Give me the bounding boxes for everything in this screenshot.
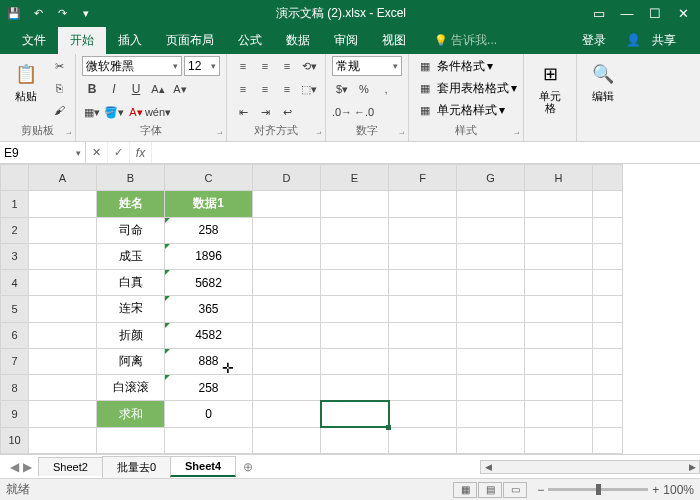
sheet-tab[interactable]: 批量去0: [102, 456, 171, 478]
conditional-format-button[interactable]: ▦条件格式 ▾: [415, 56, 493, 76]
login-button[interactable]: 登录: [574, 27, 614, 54]
merge-icon[interactable]: ⬚▾: [299, 79, 319, 99]
tab-data[interactable]: 数据: [274, 27, 322, 54]
cell[interactable]: 白滚滚: [97, 375, 165, 401]
decrease-indent-icon[interactable]: ⇤: [233, 102, 253, 122]
editing-button[interactable]: 🔍 编辑: [583, 56, 623, 106]
col-header[interactable]: A: [29, 165, 97, 191]
minimize-icon[interactable]: —: [614, 3, 640, 23]
sheet-nav-next-icon[interactable]: ▶: [23, 460, 32, 474]
scroll-right-icon[interactable]: ▶: [685, 461, 699, 473]
font-name-combo[interactable]: 微软雅黑▾: [82, 56, 182, 76]
tab-review[interactable]: 审阅: [322, 27, 370, 54]
cell[interactable]: 888: [165, 348, 253, 374]
paste-button[interactable]: 📋 粘贴: [6, 56, 46, 106]
col-header[interactable]: C: [165, 165, 253, 191]
col-header[interactable]: [593, 165, 623, 191]
grow-font-icon[interactable]: A▴: [148, 79, 168, 99]
page-break-view-icon[interactable]: ▭: [503, 482, 527, 498]
name-box[interactable]: E9▾: [0, 142, 86, 163]
format-painter-icon[interactable]: 🖌: [49, 100, 69, 120]
tab-view[interactable]: 视图: [370, 27, 418, 54]
tab-formulas[interactable]: 公式: [226, 27, 274, 54]
percent-icon[interactable]: %: [354, 79, 374, 99]
redo-icon[interactable]: ↷: [52, 3, 72, 23]
row-header[interactable]: 4: [1, 270, 29, 296]
orientation-icon[interactable]: ⟲▾: [299, 56, 319, 76]
zoom-level[interactable]: 100%: [663, 483, 694, 497]
add-sheet-button[interactable]: ⊕: [235, 457, 261, 477]
save-icon[interactable]: 💾: [4, 3, 24, 23]
copy-icon[interactable]: ⎘: [49, 78, 69, 98]
cell[interactable]: 1896: [165, 243, 253, 269]
tab-layout[interactable]: 页面布局: [154, 27, 226, 54]
cell[interactable]: 折颜: [97, 322, 165, 348]
align-center-icon[interactable]: ≡: [255, 79, 275, 99]
ribbon-options-icon[interactable]: ▭: [586, 3, 612, 23]
align-left-icon[interactable]: ≡: [233, 79, 253, 99]
italic-button[interactable]: I: [104, 79, 124, 99]
number-format-combo[interactable]: 常规▾: [332, 56, 402, 76]
cell[interactable]: 成玉: [97, 243, 165, 269]
font-size-combo[interactable]: 12▾: [184, 56, 220, 76]
cell-styles-button[interactable]: ▦单元格样式 ▾: [415, 100, 505, 120]
scroll-left-icon[interactable]: ◀: [481, 461, 495, 473]
cell[interactable]: 求和: [97, 401, 165, 427]
tab-file[interactable]: 文件: [10, 27, 58, 54]
cells-button[interactable]: ⊞ 单元格: [530, 56, 570, 118]
cell[interactable]: 司命: [97, 217, 165, 243]
horizontal-scrollbar[interactable]: ◀▶: [480, 460, 700, 474]
enter-formula-icon[interactable]: ✓: [108, 142, 130, 163]
col-header[interactable]: E: [321, 165, 389, 191]
shrink-font-icon[interactable]: A▾: [170, 79, 190, 99]
tab-home[interactable]: 开始: [58, 27, 106, 54]
row-header[interactable]: 6: [1, 322, 29, 348]
cell[interactable]: 数据1: [165, 191, 253, 217]
fx-icon[interactable]: fx: [130, 142, 152, 163]
cell[interactable]: 白真: [97, 270, 165, 296]
cell[interactable]: 连宋: [97, 296, 165, 322]
cell[interactable]: 365: [165, 296, 253, 322]
col-header[interactable]: G: [457, 165, 525, 191]
row-header[interactable]: 7: [1, 348, 29, 374]
share-button[interactable]: 👤 共享: [618, 27, 692, 54]
row-header[interactable]: 3: [1, 243, 29, 269]
underline-button[interactable]: U: [126, 79, 146, 99]
wrap-text-icon[interactable]: ↩: [277, 102, 297, 122]
cell[interactable]: 258: [165, 375, 253, 401]
sheet-tab-active[interactable]: Sheet4: [170, 456, 236, 477]
align-middle-icon[interactable]: ≡: [255, 56, 275, 76]
increase-indent-icon[interactable]: ⇥: [255, 102, 275, 122]
row-header[interactable]: 2: [1, 217, 29, 243]
tell-me-search[interactable]: 💡 告诉我...: [426, 27, 505, 54]
cell[interactable]: 5682: [165, 270, 253, 296]
decrease-decimal-icon[interactable]: ←.0: [354, 102, 374, 122]
col-header[interactable]: H: [525, 165, 593, 191]
sheet-tab[interactable]: Sheet2: [38, 457, 103, 476]
currency-icon[interactable]: $▾: [332, 79, 352, 99]
col-header[interactable]: B: [97, 165, 165, 191]
increase-decimal-icon[interactable]: .0→: [332, 102, 352, 122]
cell[interactable]: 258: [165, 217, 253, 243]
row-header[interactable]: 9: [1, 401, 29, 427]
tab-insert[interactable]: 插入: [106, 27, 154, 54]
font-color-icon[interactable]: A▾: [126, 102, 146, 122]
cell[interactable]: 4582: [165, 322, 253, 348]
row-header[interactable]: 1: [1, 191, 29, 217]
row-header[interactable]: 8: [1, 375, 29, 401]
cell[interactable]: 0: [165, 401, 253, 427]
cell[interactable]: 姓名: [97, 191, 165, 217]
phonetic-icon[interactable]: wén▾: [148, 102, 168, 122]
col-header[interactable]: D: [253, 165, 321, 191]
zoom-out-button[interactable]: −: [537, 483, 544, 497]
align-top-icon[interactable]: ≡: [233, 56, 253, 76]
active-cell[interactable]: [321, 401, 389, 427]
row-header[interactable]: 10: [1, 427, 29, 453]
cell[interactable]: 阿离: [97, 348, 165, 374]
comma-icon[interactable]: ,: [376, 79, 396, 99]
col-header[interactable]: F: [389, 165, 457, 191]
page-layout-view-icon[interactable]: ▤: [478, 482, 502, 498]
qat-dropdown-icon[interactable]: ▾: [76, 3, 96, 23]
border-icon[interactable]: ▦▾: [82, 102, 102, 122]
format-as-table-button[interactable]: ▦套用表格格式 ▾: [415, 78, 517, 98]
